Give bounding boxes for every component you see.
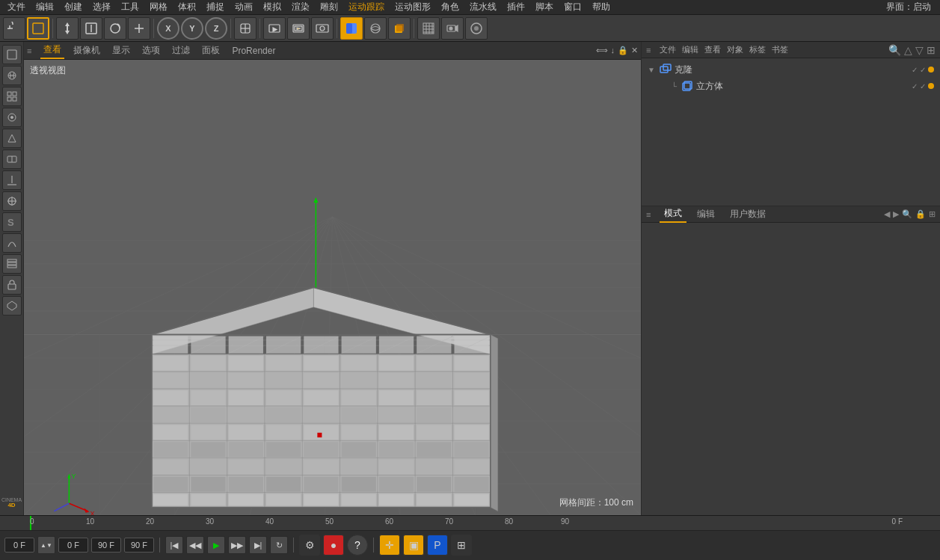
pm-lock-icon[interactable]: 🔒 <box>915 209 926 219</box>
pm-nav-left[interactable]: ◀ <box>884 209 890 219</box>
om-nav-down-icon[interactable]: ▽ <box>915 44 924 56</box>
auto-keyframe-button[interactable]: ● <box>323 535 344 556</box>
scale-tool-button[interactable] <box>80 17 102 40</box>
move-tool-button[interactable] <box>56 17 79 40</box>
timeline-grid-button[interactable]: ⊞ <box>451 535 472 556</box>
om-view-btn[interactable]: 查看 <box>704 44 721 55</box>
loop-button[interactable]: ↻ <box>270 536 288 554</box>
frame-end2-input[interactable] <box>124 538 154 553</box>
add-keyframe-button[interactable]: ✛ <box>379 535 400 556</box>
goto-end-button[interactable]: ▶| <box>249 536 267 554</box>
axis-z-button[interactable]: Z <box>205 17 227 40</box>
tool-4-button[interactable] <box>2 233 22 253</box>
frame-start-input[interactable] <box>4 538 34 553</box>
shading-gouraud-button[interactable] <box>340 17 363 40</box>
menu-snap[interactable]: 捕捉 <box>202 1 229 13</box>
tool-2-button[interactable] <box>2 191 22 211</box>
shading-lines-button[interactable] <box>364 17 387 40</box>
layer2-button[interactable] <box>2 296 22 316</box>
mode-polygon-button[interactable] <box>2 150 22 169</box>
pm-tab-userdata[interactable]: 用户数据 <box>725 206 770 222</box>
om-edit-btn[interactable]: 编辑 <box>682 44 698 55</box>
menu-render[interactable]: 渲染 <box>287 1 314 13</box>
play-button[interactable]: ▶ <box>207 536 225 554</box>
render-view-button[interactable] <box>287 17 310 40</box>
render-all-button[interactable] <box>311 17 334 40</box>
timeline-extra2-button[interactable]: P <box>427 535 448 556</box>
rotate-tool-button[interactable] <box>104 17 126 40</box>
object-tool-button[interactable] <box>234 17 256 40</box>
om-search-icon[interactable]: 🔍 <box>888 44 901 56</box>
frame-current-input[interactable] <box>58 538 88 553</box>
obj-row-clone[interactable]: ▼ 克隆 ✓ ✓ <box>645 61 937 78</box>
circle-button[interactable] <box>465 17 488 40</box>
menu-window[interactable]: 窗口 <box>559 1 586 13</box>
layer1-button[interactable] <box>2 254 22 274</box>
mode-vertex-button[interactable] <box>2 108 22 127</box>
shading-box-button[interactable] <box>388 17 411 40</box>
menu-create[interactable]: 创建 <box>60 1 87 13</box>
camera-button[interactable] <box>441 17 464 40</box>
add-tool-button[interactable] <box>128 17 150 40</box>
pm-nav-right[interactable]: ▶ <box>893 209 899 219</box>
menu-edit[interactable]: 编辑 <box>31 1 58 13</box>
shading-wire-button[interactable] <box>417 17 440 40</box>
om-object-btn[interactable]: 对象 <box>727 44 743 55</box>
axis-y-button[interactable]: Y <box>181 17 203 40</box>
om-bookmark-btn[interactable]: 书签 <box>772 44 788 55</box>
menu-select[interactable]: 选择 <box>88 1 115 13</box>
timeline-extra1-button[interactable]: ▣ <box>403 535 424 556</box>
menu-mesh[interactable]: 网格 <box>145 1 172 13</box>
keyframe-record-button[interactable]: ⚙ <box>299 535 320 556</box>
undo-button[interactable] <box>3 17 25 40</box>
menu-animate[interactable]: 动画 <box>230 1 257 13</box>
vp-tab-camera[interactable]: 摄像机 <box>70 43 103 58</box>
viewport-3d[interactable]: Y X 透视视图 网格间距：100 cm <box>24 60 641 515</box>
goto-start-button[interactable]: |◀ <box>165 536 183 554</box>
prev-frame-button[interactable]: ◀◀ <box>186 536 204 554</box>
clone-expand[interactable]: ▼ <box>648 66 657 74</box>
vp-tab-panel[interactable]: 面板 <box>199 43 223 58</box>
mode-grid-button[interactable] <box>2 87 22 106</box>
menu-motion-track[interactable]: 运动跟踪 <box>344 1 389 13</box>
vp-ctrl-down[interactable]: ↓ <box>611 46 615 55</box>
pm-tab-mode[interactable]: 模式 <box>660 206 686 223</box>
vp-tab-options[interactable]: 选项 <box>139 43 163 58</box>
om-expand-icon[interactable]: ⊞ <box>927 44 936 56</box>
frame-end1-input[interactable] <box>91 538 121 553</box>
om-tag-btn[interactable]: 标签 <box>749 44 766 55</box>
next-frame-button[interactable]: ▶▶ <box>228 536 246 554</box>
vp-tab-view[interactable]: 查看 <box>40 42 64 59</box>
menu-plugins[interactable]: 插件 <box>503 1 529 13</box>
mode-edge-button[interactable] <box>2 129 22 148</box>
vp-ctrl-lock[interactable]: 🔒 <box>618 46 628 55</box>
menu-pipeline[interactable]: 流水线 <box>465 1 501 13</box>
menu-script[interactable]: 脚本 <box>531 1 558 13</box>
menu-simulate[interactable]: 模拟 <box>259 1 286 13</box>
pm-tab-edit[interactable]: 编辑 <box>692 206 719 222</box>
pm-search-icon[interactable]: 🔍 <box>902 209 912 219</box>
menu-volume[interactable]: 体积 <box>173 1 200 13</box>
tool-1-button[interactable] <box>2 170 22 190</box>
menu-help[interactable]: 帮助 <box>588 1 615 13</box>
tool-3-button[interactable]: S <box>2 212 22 232</box>
vp-tab-filter[interactable]: 过滤 <box>169 43 193 58</box>
axis-x-button[interactable]: X <box>157 17 179 40</box>
om-nav-up-icon[interactable]: △ <box>904 44 912 56</box>
help-button[interactable]: ? <box>347 535 368 556</box>
pm-expand-icon[interactable]: ⊞ <box>929 209 936 219</box>
frame-start-arrow[interactable]: ▲▼ <box>37 536 55 554</box>
render-region-button[interactable] <box>263 17 286 40</box>
vp-tab-display[interactable]: 显示 <box>109 43 133 58</box>
om-file-btn[interactable]: 文件 <box>660 44 676 55</box>
lock-button[interactable] <box>2 275 22 295</box>
menu-file[interactable]: 文件 <box>3 1 30 13</box>
select-rect-button[interactable] <box>27 17 49 40</box>
vp-ctrl-close[interactable]: ✕ <box>631 46 638 55</box>
vp-ctrl-arrows[interactable]: ⟺ <box>596 46 608 55</box>
menu-tools[interactable]: 工具 <box>117 1 144 13</box>
menu-mograph[interactable]: 运动图形 <box>390 1 435 13</box>
mode-texture-button[interactable] <box>2 66 22 85</box>
menu-character[interactable]: 角色 <box>437 1 464 13</box>
vp-tab-prorender[interactable]: ProRender <box>229 44 278 58</box>
